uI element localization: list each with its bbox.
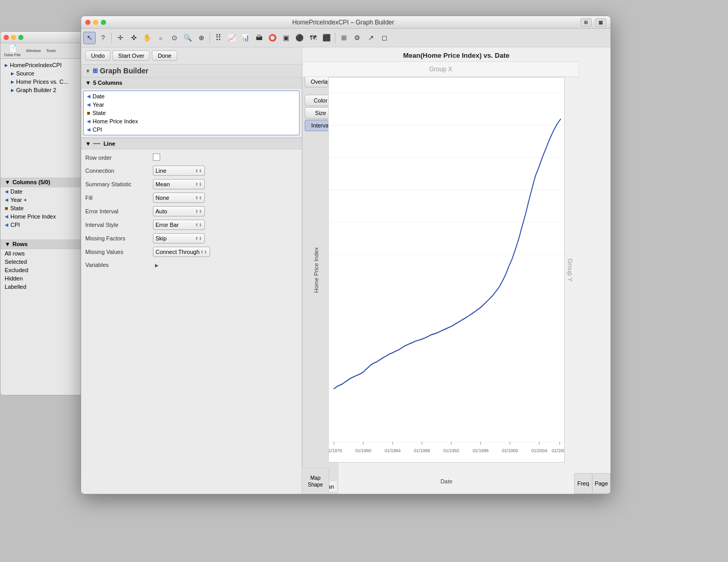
bg-minimize-btn[interactable] [11, 35, 16, 40]
undo-button[interactable]: Undo [85, 50, 110, 61]
bg-col-date[interactable]: ◀ Date [1, 187, 83, 196]
bg-toolbar: 📄 Data File Window Tools [1, 43, 83, 59]
bg-close-btn[interactable] [4, 35, 9, 40]
col-item-hpi[interactable]: ◀ Home Price Index [84, 117, 299, 125]
gb-expand-icon[interactable]: ▼ [85, 68, 90, 74]
bg-row-selected[interactable]: Selected [1, 258, 83, 266]
bubble-btn[interactable]: ⚫ [293, 32, 306, 44]
title-icon-1[interactable]: ⊞ [580, 18, 592, 27]
bg-row-hidden[interactable]: Hidden [1, 274, 83, 283]
bg-row-labelled[interactable]: Labelled [1, 283, 83, 291]
missing-factors-select[interactable]: Skip ⬆⬇ [153, 233, 205, 244]
frame-btn[interactable]: ◻ [378, 32, 391, 44]
col-date-label: Date [93, 93, 105, 99]
col-item-cpi[interactable]: ◀ CPI [84, 125, 299, 134]
columns-header-text: 5 Columns [93, 80, 122, 86]
arrow-tool-btn[interactable]: ↖ [83, 32, 96, 44]
scatter-btn[interactable]: ⠿ [212, 32, 225, 44]
summary-statistic-select[interactable]: Mean ⬆⬇ [153, 179, 205, 189]
line-btn[interactable]: 📈 [226, 32, 238, 44]
bg-row-allrows[interactable]: All rows [1, 249, 83, 258]
move-btn[interactable]: ✜ [127, 32, 140, 44]
bar-btn[interactable]: 📊 [239, 32, 252, 44]
settings-btn[interactable]: ⚙ [351, 32, 363, 44]
bg-sidebar: ▶ HomePriceIndexCPI ▶ Source ▶ Home Pric… [1, 59, 83, 293]
columns-list: ◀ Date ◀ Year ■ State ◀ Home Price Index [83, 91, 300, 135]
summary-statistic-label: Summary Statistic [85, 181, 153, 187]
title-icon-area: ⊞ ▦ [580, 18, 606, 27]
variables-arrow-icon[interactable]: ▶ [155, 263, 159, 268]
bg-sidebar-item-source[interactable]: ▶ Source [1, 69, 83, 78]
error-interval-select[interactable]: Auto ⬆⬇ [153, 206, 205, 216]
minimize-btn[interactable] [93, 20, 98, 25]
close-btn[interactable] [85, 20, 90, 25]
row-order-checkbox[interactable] [153, 154, 160, 161]
svg-text:01/2004: 01/2004 [531, 448, 548, 453]
hand-btn[interactable]: ✋ [141, 32, 153, 44]
columns-expand-icon[interactable]: ▼ [85, 80, 91, 86]
zoom-btn[interactable]: 🔍 [181, 32, 194, 44]
bg-col-hpi[interactable]: ◀ Home Price Index [1, 212, 83, 221]
start-over-button[interactable]: Start Over [112, 50, 150, 61]
contour-btn[interactable]: ▣ [280, 32, 292, 44]
svg-text:01/1996: 01/1996 [473, 448, 489, 453]
done-button[interactable]: Done [152, 50, 177, 61]
missing-values-arrow-icon: ⬆⬇ [200, 250, 207, 254]
bg-sidebar-item-homeprices[interactable]: ▶ Home Prices vs. C... [1, 78, 83, 86]
bg-sidebar-item-home[interactable]: ▶ HomePriceIndexCPI [1, 61, 83, 69]
interval-style-select[interactable]: Error Bar ⬆⬇ [153, 220, 205, 230]
map-btn[interactable]: 🗺 [307, 32, 319, 44]
map-shape-area[interactable]: Map Shape [302, 468, 329, 494]
col-item-date[interactable]: ◀ Date [84, 92, 299, 100]
pie-btn[interactable]: ⭕ [266, 32, 279, 44]
fullscreen-btn[interactable] [101, 20, 106, 25]
toolbar-sep-3 [335, 33, 335, 43]
group-y-zone[interactable]: Group Y [565, 77, 575, 463]
left-panel: Undo Start Over Done ▼ ⊞ Graph Builder ▼… [81, 47, 302, 494]
main-titlebar: HomePriceIndexCPI – Graph Builder ⊞ ▦ [81, 16, 610, 29]
rows-bg-header: ▼ Rows [1, 239, 83, 249]
area-btn[interactable]: 🏔 [253, 32, 265, 44]
table-btn[interactable]: ⊞ [337, 32, 350, 44]
main-toolbar: ↖ ? ✛ ✜ ✋ ⬦ ⊙ 🔍 ⊕ ⠿ 📈 📊 🏔 ⭕ ▣ ⚫ 🗺 ⬛ ⊞ ⚙ … [81, 29, 610, 47]
help-btn[interactable]: ? [97, 32, 109, 44]
graphbuilder2-icon: ▶ [11, 88, 14, 93]
bg-sidebar-item-graphbuilder2[interactable]: ▶ Graph Builder 2 [1, 86, 83, 94]
cpi-icon: ◀ [5, 222, 8, 227]
chart-container: Group X Home Price Index [302, 61, 610, 494]
surface-btn[interactable]: ⬛ [320, 32, 333, 44]
gb-title-bar: ▼ ⊞ Graph Builder [81, 65, 302, 78]
plot-area: 300 250 200 150 100 50 0 01/1976 01/1980… [328, 77, 565, 463]
col-item-state[interactable]: ■ State [84, 109, 299, 117]
fill-select[interactable]: None ⬆⬇ [153, 193, 205, 203]
fill-row: Fill None ⬆⬇ [85, 191, 297, 205]
title-icon-2[interactable]: ▦ [595, 18, 606, 27]
bg-col-cpi[interactable]: ◀ CPI [1, 221, 83, 229]
col-item-year[interactable]: ◀ Year [84, 100, 299, 109]
hpi-icon: ◀ [5, 214, 8, 219]
freq-button[interactable]: Freq [574, 473, 592, 494]
bg-row-excluded[interactable]: Excluded [1, 266, 83, 274]
export-btn[interactable]: ↗ [365, 32, 377, 44]
bg-col-state[interactable]: ■ State [1, 204, 83, 212]
missing-factors-control: Skip ⬆⬇ [153, 233, 297, 244]
error-interval-arrow-icon: ⬆⬇ [195, 209, 202, 214]
bg-col-year[interactable]: ◀ Year + [1, 196, 83, 204]
page-button[interactable]: Page [592, 473, 610, 494]
line-expand-icon[interactable]: ▼ [85, 140, 91, 147]
missing-values-select[interactable]: Connect Through ⬆⬇ [153, 247, 210, 257]
summary-statistic-arrow-icon: ⬆⬇ [195, 182, 202, 187]
group-x-zone[interactable]: Group X [302, 61, 579, 77]
select-btn[interactable]: ⬦ [154, 32, 167, 44]
svg-text:01/1992: 01/1992 [443, 448, 459, 453]
data-file-btn[interactable]: 📄 Data File [3, 43, 22, 58]
window-btn[interactable]: Window [24, 47, 42, 54]
fill-control: None ⬆⬇ [153, 193, 297, 203]
gb-icon: ⊞ [93, 67, 98, 74]
connection-select[interactable]: Line ⬆⬇ [153, 165, 205, 176]
lasso-btn[interactable]: ⊙ [168, 32, 180, 44]
bg-maximize-btn[interactable] [18, 35, 23, 40]
brush-btn[interactable]: ⊕ [195, 32, 207, 44]
crosshair-btn[interactable]: ✛ [114, 32, 126, 44]
tools-btn[interactable]: Tools [44, 47, 57, 54]
